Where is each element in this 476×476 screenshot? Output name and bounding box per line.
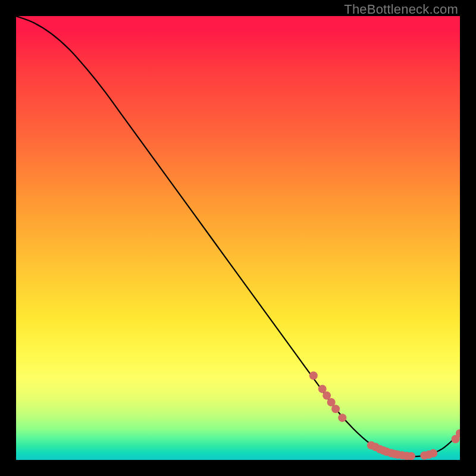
plot-area xyxy=(16,16,460,460)
threshold-markers-group xyxy=(309,371,460,460)
threshold-marker xyxy=(338,414,346,422)
bottleneck-curve-line xyxy=(16,16,460,456)
threshold-marker xyxy=(331,405,340,413)
threshold-marker xyxy=(429,449,437,458)
chart-svg xyxy=(16,16,460,460)
chart-stage: TheBottleneck.com xyxy=(0,0,476,476)
threshold-marker xyxy=(309,371,318,380)
watermark-text: TheBottleneck.com xyxy=(344,2,458,17)
threshold-marker xyxy=(407,452,415,460)
